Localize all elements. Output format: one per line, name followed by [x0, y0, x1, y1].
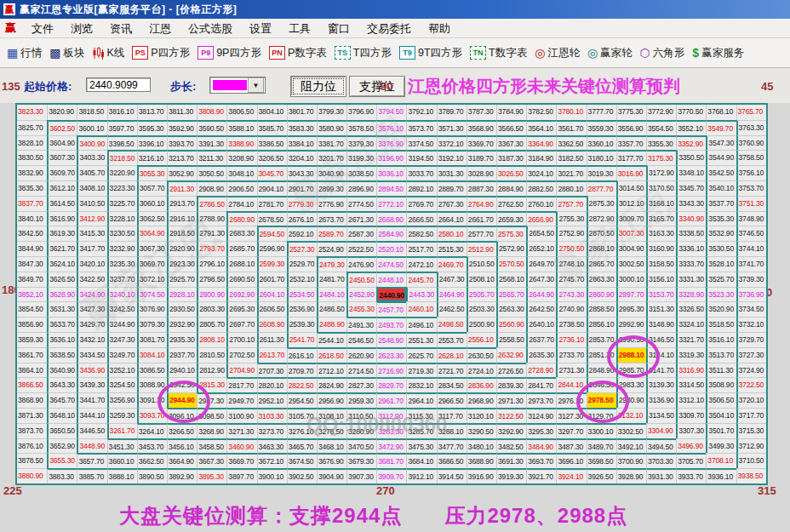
gann-cell: 3736.90: [736, 287, 766, 302]
gann-cell: 2935.30: [167, 332, 197, 347]
menu-item[interactable]: 设置: [241, 20, 280, 37]
key-levels-banner: 大盘关键位测算：支撑2944点 压力2978、2988点: [119, 502, 627, 529]
menu-item[interactable]: 帮助: [420, 20, 459, 37]
toolbar-button-nine-p-square[interactable]: P99P四方形: [198, 46, 261, 60]
toolbar: ▦行情▩板块K线PSP四方形P99P四方形PNP数字表TST四方形T99T四方形…: [0, 38, 790, 68]
toolbar-button-t-number-table[interactable]: TNT数字表: [470, 46, 527, 60]
gann-cell: 3405.70: [77, 165, 106, 180]
toolbar-button-t-square[interactable]: TST四方形: [335, 46, 392, 60]
menu-item[interactable]: 资讯: [101, 20, 140, 37]
menu-item[interactable]: 浏览: [62, 20, 101, 37]
gann-cell: 3369.70: [467, 135, 496, 151]
gann-cell: 3372.10: [437, 135, 467, 151]
gann-cell: 3328.90: [676, 287, 706, 302]
gann-cell: 2834.50: [437, 377, 467, 392]
gann-cell: 3861.70: [17, 347, 47, 363]
gann-cell: 2822.50: [287, 377, 317, 392]
start-price-input[interactable]: [86, 77, 151, 92]
gann-cell: 3672.10: [257, 453, 287, 468]
gann-cell: 2707.30: [257, 363, 287, 378]
gann-cell: 3206.50: [257, 150, 287, 165]
gann-cell: 3000.10: [616, 272, 646, 287]
gann-cell: 3266.50: [167, 423, 197, 438]
gann-cell: 3650.50: [47, 423, 77, 438]
gann-cell: 2995.30: [616, 301, 646, 317]
gann-cell: 3688.90: [467, 453, 496, 468]
gann-cell: 3055.30: [137, 165, 167, 180]
gann-cell: 3396.10: [137, 135, 167, 151]
gann-cell: 2985.70: [616, 363, 646, 378]
gann-cell: 3892.90: [167, 468, 197, 483]
gann-cell: 3009.70: [616, 211, 646, 226]
step-color-select[interactable]: ▼: [209, 77, 266, 94]
gann-cell: 2611.30: [257, 332, 287, 347]
gann-cell: 3564.10: [526, 120, 556, 135]
menu-item[interactable]: 江恩: [140, 20, 180, 37]
gann-cell: 2556.10: [467, 332, 496, 347]
gann-cell: 3240.10: [107, 287, 137, 302]
support-button[interactable]: 支撑位: [349, 76, 405, 97]
gann-cell: 2476.90: [346, 256, 376, 272]
gann-cell: 2575.30: [496, 226, 526, 241]
gann-cell: 2848.90: [587, 363, 616, 378]
gann-cell: 2988.10: [616, 347, 646, 363]
gann-cell: 3561.70: [556, 120, 586, 135]
menu-item[interactable]: 窗口: [319, 20, 358, 37]
gann-cell: 3556.90: [616, 120, 646, 135]
gann-cell: 3098.50: [197, 408, 226, 423]
gann-cell: 3525.70: [706, 272, 736, 287]
gann-cell: 3007.30: [616, 226, 646, 241]
toolbar-button-winner-service[interactable]: $赢家服务: [692, 46, 744, 60]
gann-cell: 2836.90: [467, 377, 496, 392]
menu-item[interactable]: 文件: [23, 20, 62, 37]
toolbar-button-sector-blocks[interactable]: ▩板块: [49, 46, 84, 60]
gann-cell: 3825.70: [17, 120, 47, 135]
gann-cell: 2613.70: [257, 347, 287, 363]
gann-cell: 3636.10: [47, 332, 77, 347]
toolbar-button-p-square[interactable]: PSP四方形: [132, 46, 190, 60]
gann-cell: 2728.90: [526, 363, 556, 378]
combo-dropdown-button[interactable]: ▼: [248, 77, 264, 93]
gann-cell: 3254.50: [107, 377, 137, 392]
menu-item[interactable]: 公式选股: [180, 20, 241, 37]
toolbar-button-hexagon[interactable]: ⬡六角形: [640, 46, 685, 60]
gann-cell: 3002.50: [616, 256, 646, 272]
gann-cell: 2724.10: [467, 363, 496, 378]
toolbar-button-nine-t-square[interactable]: T99T四方形: [399, 46, 462, 60]
resistance-button[interactable]: 阻力位: [290, 76, 346, 97]
gann-cell: 2608.90: [257, 317, 287, 332]
gann-cell: 3232.90: [107, 241, 137, 256]
gann-cell: 3612.10: [47, 180, 77, 196]
gann-cell: 3720.10: [736, 392, 766, 408]
gann-cell: 3717.70: [736, 408, 766, 423]
gann-cell: 3088.90: [137, 377, 167, 392]
toolbar-button-kline-candles[interactable]: K线: [92, 46, 124, 60]
gann-cell: 3367.30: [496, 135, 526, 151]
gann-cell: 3554.50: [646, 120, 676, 135]
gann-cell: 3775.30: [616, 105, 646, 120]
toolbar-button-winner-wheel[interactable]: ◎赢家轮: [587, 46, 633, 60]
gann-cell: 3732.10: [736, 317, 766, 332]
menu-item[interactable]: 工具: [280, 20, 319, 37]
gann-cell: 3780.10: [556, 105, 586, 120]
gann-cell: 3031.30: [437, 165, 467, 180]
gann-cell: 2748.10: [556, 256, 586, 272]
gann-cell: 3595.30: [137, 120, 167, 135]
gann-cell: 2959.30: [346, 392, 376, 408]
gann-cell: 3103.30: [257, 408, 287, 423]
gann-cell: 3748.90: [736, 211, 766, 226]
gann-cell: 3223.30: [107, 180, 137, 196]
gann-cell: 3844.90: [17, 241, 47, 256]
menu-item[interactable]: 交易委托: [358, 20, 420, 37]
toolbar-button-p-number-table[interactable]: PNP数字表: [269, 46, 327, 60]
gann-cell: 2736.10: [556, 332, 586, 347]
angle-label-270: 270: [376, 484, 395, 497]
gann-cell: 3499.30: [706, 438, 736, 454]
gann-cell: 3081.70: [137, 332, 167, 347]
gann-cell: 2532.10: [287, 272, 317, 287]
toolbar-button-gann-wheel[interactable]: ◎江恩轮: [535, 46, 580, 60]
gann-cell: 3883.30: [47, 468, 77, 483]
gann-cell: 2500.90: [467, 317, 496, 332]
gann-cell: 2577.70: [467, 226, 496, 241]
toolbar-button-market-quotes[interactable]: ▦行情: [7, 46, 42, 60]
